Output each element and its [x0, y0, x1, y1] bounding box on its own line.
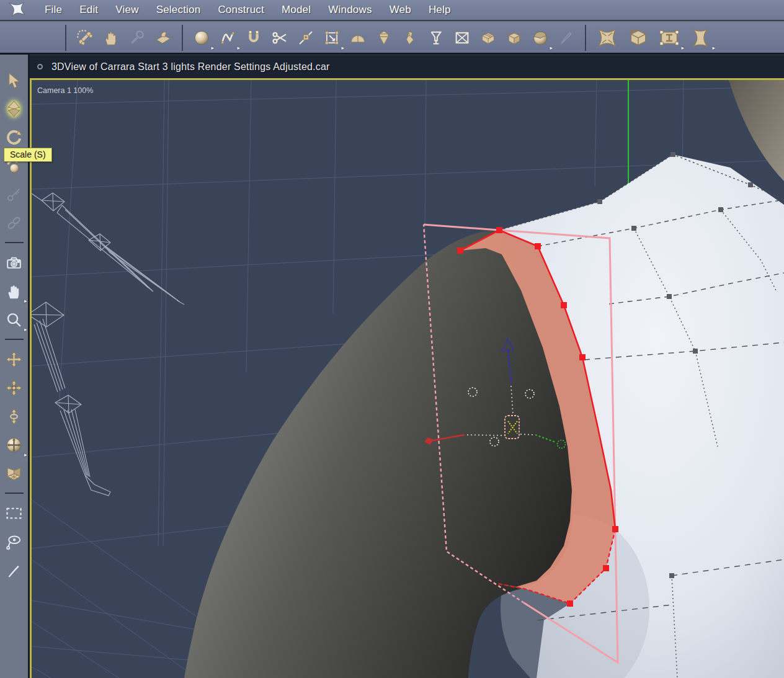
- zoom-view-tool-icon: [4, 310, 24, 329]
- toolbar-separator: [585, 25, 586, 51]
- pan-camera-tool[interactable]: [1, 373, 28, 402]
- smudge-tool[interactable]: [150, 24, 176, 52]
- brush-tool-icon: [557, 29, 576, 47]
- marquee-select-tool[interactable]: [1, 499, 28, 527]
- paint-select-tool[interactable]: [1, 556, 28, 584]
- goblet-tool-icon: [427, 29, 445, 47]
- carrara-application-window: FileEditViewSelectionConstructModelWindo…: [0, 0, 784, 678]
- sphere-cut-tool[interactable]: ▸: [527, 24, 553, 52]
- pan-view-tool-icon: [4, 282, 24, 301]
- window-title: 3DView of Carrara Start 3 lights Render …: [51, 61, 330, 73]
- magnet-tool-icon: [244, 29, 263, 47]
- box-deform-tool[interactable]: [623, 24, 654, 52]
- transform-box-tool-icon: [323, 29, 341, 47]
- loaf-tool[interactable]: [475, 24, 501, 52]
- pan-view-tool[interactable]: ▸: [1, 277, 28, 305]
- menu-item-model[interactable]: Model: [273, 4, 319, 16]
- transform-box-tool[interactable]: ▸: [319, 24, 345, 52]
- lasso-select-tool-icon: [4, 532, 24, 551]
- menu-item-windows[interactable]: Windows: [319, 4, 380, 16]
- driver-tool[interactable]: [1, 180, 28, 208]
- move-tool[interactable]: [1, 94, 28, 123]
- sphere-cut-tool-icon: [531, 29, 550, 47]
- render-camera-tool[interactable]: [1, 248, 28, 277]
- walk-view-tool[interactable]: [1, 459, 28, 488]
- bone-tool-icon: [76, 29, 94, 47]
- toolbar-separator: [182, 25, 183, 51]
- pan-hand-tool[interactable]: [98, 24, 124, 52]
- select-arrow-tool[interactable]: [1, 66, 28, 94]
- marquee-select-tool-icon: [4, 504, 24, 523]
- dolly-tool-icon: [4, 350, 24, 369]
- sphere-primitive-tool[interactable]: ▸: [189, 24, 215, 52]
- flyout-arrow-icon: ▸: [681, 45, 684, 51]
- box-deform-tool-icon: [626, 25, 651, 50]
- scene-3d[interactable]: Camera 1 100%: [32, 80, 784, 678]
- move-tool-icon: [4, 99, 24, 118]
- viewport-3d[interactable]: Camera 1 100%: [30, 78, 784, 678]
- goblet-tool[interactable]: [423, 24, 449, 52]
- flyout-arrow-icon: ▸: [237, 45, 240, 51]
- menu-items: FileEditViewSelectionConstructModelWindo…: [36, 4, 460, 16]
- wrench-tool[interactable]: [124, 24, 150, 52]
- fold-box-tool-icon: [505, 29, 523, 47]
- toolbar-separator: [65, 25, 66, 51]
- flyout-arrow-icon: ▸: [24, 298, 27, 304]
- smudge-tool-icon: [154, 29, 172, 47]
- driver-tool-icon: [4, 185, 24, 204]
- star-deform-tool[interactable]: [592, 24, 623, 52]
- delete-box-tool[interactable]: [449, 24, 475, 52]
- lathe-tool-icon: [375, 29, 393, 47]
- carrara-logo-icon: [6, 1, 27, 19]
- scissors-tool[interactable]: [267, 24, 293, 52]
- lathe-tool[interactable]: [371, 24, 397, 52]
- pinch-deform-tool[interactable]: ▸: [685, 24, 716, 52]
- palette-separator: [5, 242, 24, 243]
- spline-tool[interactable]: ▸: [215, 24, 241, 52]
- trackball-tool[interactable]: ▸: [1, 430, 28, 459]
- fold-box-tool[interactable]: [501, 24, 527, 52]
- brush-tool[interactable]: [553, 24, 579, 52]
- menu-item-view[interactable]: View: [107, 4, 147, 16]
- flyout-arrow-icon: ▸: [341, 45, 344, 51]
- menu-item-web[interactable]: Web: [381, 4, 420, 16]
- camera-label: Camera 1 100%: [37, 86, 93, 95]
- pan-camera-tool-icon: [4, 378, 24, 398]
- menu-item-file[interactable]: File: [36, 4, 71, 16]
- menu-item-edit[interactable]: Edit: [71, 4, 107, 16]
- tooltip-scale: Scale (S): [4, 148, 52, 162]
- flyout-arrow-icon: ▸: [24, 452, 27, 458]
- dome-tool[interactable]: [345, 24, 371, 52]
- flyout-arrow-icon: ▸: [24, 327, 27, 332]
- bone-tool[interactable]: [72, 24, 98, 52]
- magnet-tool[interactable]: [241, 24, 267, 52]
- select-arrow-tool-icon: [4, 71, 24, 90]
- palette-separator: [5, 339, 24, 340]
- menu-item-help[interactable]: Help: [420, 4, 460, 16]
- loaf-tool-icon: [479, 29, 497, 47]
- menu-item-selection[interactable]: Selection: [148, 4, 210, 16]
- extrude-tool[interactable]: [397, 24, 423, 52]
- top-toolbar: ▸▸▸▸▸▸: [0, 22, 784, 55]
- menu-item-construct[interactable]: Construct: [209, 4, 273, 16]
- link-tool-icon: [4, 213, 24, 233]
- menu-bar: FileEditViewSelectionConstructModelWindo…: [0, 0, 784, 21]
- link-tool[interactable]: [1, 208, 28, 237]
- spline-tool-icon: [218, 29, 237, 47]
- fit-box-tool[interactable]: ▸: [654, 24, 685, 52]
- sphere-primitive-tool-icon: [192, 29, 211, 47]
- dolly-tool[interactable]: [1, 345, 28, 373]
- lasso-select-tool[interactable]: [1, 527, 28, 556]
- flyout-arrow-icon: ▸: [712, 45, 715, 51]
- pan-hand-tool-icon: [102, 29, 120, 47]
- bank-camera-tool[interactable]: [1, 402, 28, 430]
- zoom-view-tool[interactable]: ▸: [1, 305, 28, 334]
- window-title-bar[interactable]: 3DView of Carrara Start 3 lights Render …: [30, 55, 784, 78]
- dome-tool-icon: [349, 29, 367, 47]
- flyout-arrow-icon: ▸: [550, 45, 553, 51]
- add-point-tool[interactable]: [293, 24, 319, 52]
- delete-box-tool-icon: [453, 29, 471, 47]
- window-menu-icon[interactable]: [37, 64, 43, 69]
- star-deform-tool-icon: [595, 25, 620, 50]
- scissors-tool-icon: [270, 29, 289, 47]
